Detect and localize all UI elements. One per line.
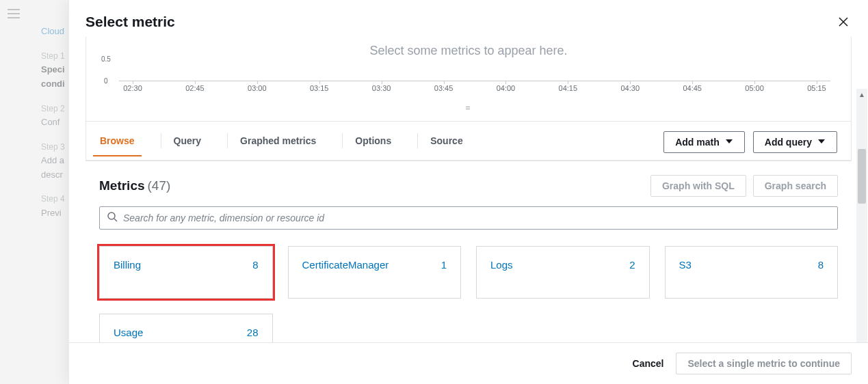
namespace-card-certificatemanager[interactable]: CertificateManager1	[288, 246, 462, 299]
scroll-up-icon[interactable]: ▲	[856, 89, 867, 100]
namespace-name: Logs	[490, 259, 513, 271]
x-tick: 03:30	[368, 84, 395, 100]
close-icon[interactable]	[835, 14, 852, 30]
modal-title: Select metric	[86, 14, 835, 30]
metrics-section: Metrics (47) Graph with SQL Graph search…	[86, 161, 852, 342]
namespace-name: Billing	[114, 259, 141, 271]
x-tick: 05:15	[803, 84, 830, 100]
x-tick: 02:30	[119, 84, 146, 100]
namespace-count: 2	[629, 259, 635, 271]
x-tick: 05:00	[741, 84, 768, 100]
namespace-count: 8	[252, 259, 258, 271]
metrics-count: (47)	[148, 178, 171, 193]
tab-options[interactable]: Options	[355, 135, 391, 156]
add-math-button[interactable]: Add math	[663, 131, 745, 153]
select-metric-button: Select a single metric to continue	[676, 353, 852, 374]
namespace-card-billing[interactable]: Billing8	[99, 246, 273, 299]
x-tick: 04:15	[554, 84, 581, 100]
x-ticks: 02:3002:4503:0003:1503:3003:4504:0004:15…	[119, 84, 830, 100]
chevron-down-icon	[817, 137, 826, 148]
namespace-card-logs[interactable]: Logs2	[476, 246, 650, 299]
metrics-title: Metrics	[99, 178, 145, 193]
tab-source[interactable]: Source	[430, 135, 462, 156]
x-tick: 04:00	[492, 84, 519, 100]
x-tick: 02:45	[181, 84, 209, 100]
namespace-card-usage[interactable]: Usage28	[99, 314, 273, 342]
namespace-count: 8	[818, 259, 824, 271]
chart-placeholder-text: Select some metrics to appear here.	[100, 41, 837, 59]
x-tick: 03:00	[244, 84, 271, 100]
cancel-button[interactable]: Cancel	[633, 358, 664, 369]
svg-point-0	[108, 212, 115, 219]
select-metric-modal: Select metric Select some metrics to app…	[68, 0, 868, 384]
metrics-search[interactable]	[99, 206, 838, 230]
add-query-button[interactable]: Add query	[753, 131, 837, 153]
graph-with-sql-button[interactable]: Graph with SQL	[650, 175, 746, 197]
x-tick: 03:45	[430, 84, 458, 100]
metric-namespace-grid: Billing8CertificateManager1Logs2S38Usage…	[99, 246, 838, 342]
modal-footer: Cancel Select a single metric to continu…	[69, 342, 868, 384]
x-tick: 03:15	[306, 84, 333, 100]
y-tick-zero: 0	[104, 77, 108, 85]
inner-scrollbar[interactable]: ▲ ▼	[856, 89, 867, 342]
y-tick-half: 0.5	[101, 55, 111, 63]
tab-graphed-metrics[interactable]: Graphed metrics	[240, 135, 316, 156]
tab-browse[interactable]: Browse	[100, 135, 135, 156]
search-input[interactable]	[123, 212, 830, 223]
namespace-count: 28	[247, 327, 259, 338]
x-tick: 04:45	[679, 84, 706, 100]
namespace-name: CertificateManager	[302, 259, 389, 271]
tabs-bar: Browse Query Graphed metrics Options Sou…	[86, 122, 852, 161]
chart-panel: Select some metrics to appear here. 0.5 …	[86, 37, 852, 122]
graph-search-button[interactable]: Graph search	[753, 175, 838, 197]
search-icon	[107, 211, 123, 225]
chevron-down-icon	[725, 137, 733, 148]
namespace-name: S3	[679, 259, 692, 271]
namespace-count: 1	[441, 259, 447, 271]
namespace-card-s3[interactable]: S38	[665, 246, 839, 299]
chart-area: 0.5 0 02:3002:4503:0003:1503:3003:4504:0…	[100, 59, 837, 100]
resize-handle-icon[interactable]: =	[100, 103, 837, 113]
tab-query[interactable]: Query	[174, 135, 201, 156]
namespace-name: Usage	[114, 327, 143, 338]
x-tick: 04:30	[616, 84, 644, 100]
